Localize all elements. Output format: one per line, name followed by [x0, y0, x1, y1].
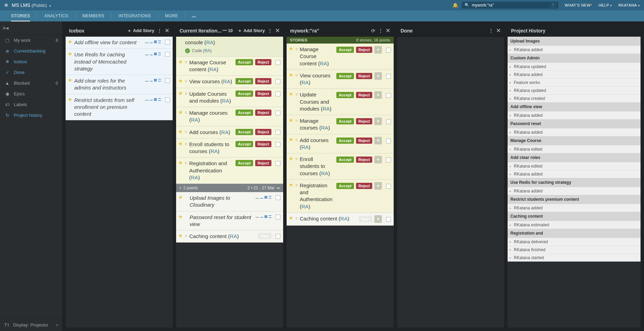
history-entry[interactable]: RKatana created: [508, 94, 641, 102]
people-icon[interactable]: ▪▪: [277, 186, 280, 190]
story-card[interactable]: ★ ≡ View courses (RA) Accept Reject: [176, 76, 283, 88]
drag-handle-icon[interactable]: ≡: [295, 92, 298, 97]
gear-icon[interactable]: ✦: [374, 137, 382, 144]
select-checkbox[interactable]: [386, 139, 391, 143]
add-story-button[interactable]: ＋ Add Story: [127, 28, 154, 34]
accept-button[interactable]: Accept: [236, 59, 253, 65]
history-entry[interactable]: RKatana finished: [508, 246, 641, 254]
nav-analytics[interactable]: ANALYTICS: [39, 10, 73, 21]
start-button[interactable]: Start: [258, 233, 271, 239]
select-checkbox[interactable]: [165, 40, 170, 45]
history-entry[interactable]: RKatana updated: [508, 63, 641, 70]
panel-close-icon[interactable]: ✕: [386, 27, 390, 34]
drag-handle-icon[interactable]: ≡: [185, 60, 187, 65]
sidebar-blocked[interactable]: ▲ Blocked 0: [0, 78, 62, 88]
story-card[interactable]: ★ Password reset for student view: [176, 211, 283, 231]
story-owner[interactable]: RA: [301, 79, 309, 85]
nav-integrations[interactable]: INTEGRATIONS: [114, 10, 156, 21]
drag-handle-icon[interactable]: ≡: [295, 183, 298, 188]
story-points-icons[interactable]: [256, 196, 271, 199]
story-owner[interactable]: RA: [211, 148, 218, 154]
select-checkbox[interactable]: [276, 79, 280, 84]
story-owner[interactable]: RA: [230, 233, 237, 239]
history-entry[interactable]: RKatana estimated: [508, 221, 641, 229]
velocity-indicator[interactable]: 〰10: [222, 28, 233, 33]
story-owner[interactable]: RA: [340, 216, 348, 221]
gear-icon[interactable]: ✦: [374, 72, 382, 80]
history-entry[interactable]: RKatana delivered: [508, 238, 641, 246]
reject-button[interactable]: Reject: [356, 47, 372, 53]
story-card[interactable]: ★ Add clear roles for the admins and ins…: [66, 75, 173, 94]
panel-menu-icon[interactable]: ⋮: [268, 28, 272, 34]
history-entry[interactable]: RKatana edited: [508, 162, 641, 170]
history-group-title[interactable]: Password reset: [508, 119, 641, 128]
reject-button[interactable]: Reject: [356, 118, 372, 124]
history-entry[interactable]: RKatana started: [508, 254, 641, 262]
gear-icon[interactable]: ✦: [374, 46, 382, 54]
drag-handle-icon[interactable]: ≡: [185, 110, 187, 115]
story-points-icons[interactable]: [145, 53, 161, 55]
story-card[interactable]: ★ ≡ Update Courses and modules (RA) Acce…: [287, 89, 394, 115]
select-checkbox[interactable]: [165, 52, 170, 57]
story-points-icons[interactable]: [256, 215, 271, 218]
select-checkbox[interactable]: [276, 142, 280, 147]
history-entry[interactable]: RKatana added: [508, 187, 641, 195]
history-entry[interactable]: Feature works: [508, 78, 641, 86]
select-checkbox[interactable]: [386, 158, 391, 162]
drag-handle-icon[interactable]: ≡: [295, 157, 298, 161]
select-checkbox[interactable]: [165, 97, 170, 102]
drag-handle-icon[interactable]: ≡: [185, 91, 187, 96]
accept-button[interactable]: Accept: [336, 157, 354, 163]
gear-icon[interactable]: ✦: [374, 182, 382, 190]
history-group-title[interactable]: Registration and: [508, 229, 641, 238]
story-card-expanded[interactable]: console (RA) ✓ Code (RA): [176, 37, 283, 57]
select-checkbox[interactable]: [276, 161, 280, 166]
drag-handle-icon[interactable]: ≡: [185, 142, 187, 146]
select-checkbox[interactable]: [276, 60, 280, 65]
sidebar-toggle-icon[interactable]: ≡◂: [0, 21, 62, 35]
bell-icon[interactable]: 🔔: [452, 2, 458, 8]
history-group-title[interactable]: Use Redis for caching strategy: [508, 178, 641, 187]
accept-button[interactable]: Accept: [236, 141, 253, 147]
accept-button[interactable]: Accept: [336, 47, 354, 53]
select-checkbox[interactable]: [165, 78, 170, 83]
history-entry[interactable]: RKatana added: [508, 70, 641, 78]
whats-new-link[interactable]: WHAT'S NEW●: [565, 3, 592, 7]
history-entry[interactable]: RKatana added: [508, 204, 641, 212]
story-card[interactable]: ★ Restrict students from self enrollment…: [66, 94, 173, 121]
story-points-icons[interactable]: [145, 79, 161, 82]
select-checkbox[interactable]: [276, 215, 280, 219]
story-card[interactable]: ★ ≡ Registration and Authentication (RA)…: [176, 158, 283, 184]
nav-members[interactable]: MEMBERS: [78, 10, 109, 21]
sidebar-current-backlog[interactable]: ≣ Current/backlog: [0, 46, 62, 56]
history-entry[interactable]: RKatana added: [508, 128, 641, 136]
select-checkbox[interactable]: [386, 184, 391, 189]
gear-icon[interactable]: ✦: [374, 91, 382, 99]
history-group-title[interactable]: Add clear roles: [508, 153, 641, 162]
nav-more[interactable]: MORE: [160, 10, 183, 21]
story-owner[interactable]: RA: [191, 117, 198, 123]
story-owner[interactable]: RA: [321, 125, 328, 131]
story-owner[interactable]: RA: [320, 60, 327, 66]
select-checkbox[interactable]: [276, 92, 280, 96]
panel-menu-icon[interactable]: ⋮: [378, 28, 383, 34]
history-group-title[interactable]: Upload Images: [508, 37, 641, 46]
start-button[interactable]: Start: [359, 216, 372, 222]
story-owner[interactable]: RA: [191, 174, 198, 180]
story-card[interactable]: ★ ≡ View courses (RA) Accept Reject✦: [287, 70, 394, 89]
story-card[interactable]: ★ ≡ Manage courses (RA) Accept Reject: [176, 107, 283, 126]
help-link[interactable]: HELP▾: [598, 3, 612, 7]
project-title[interactable]: MS LMS (Public) ▾: [12, 2, 51, 8]
story-owner[interactable]: RA: [301, 204, 309, 209]
reject-button[interactable]: Reject: [255, 141, 271, 147]
sidebar-icebox[interactable]: ❄ Icebox: [0, 56, 62, 67]
history-group-title[interactable]: Restrict students premium content: [508, 195, 641, 204]
iteration-bar[interactable]: ▾2 points 2 • 21 - 27 Mar ▪▪: [176, 184, 283, 192]
story-card[interactable]: ★ ≡ Enroll students to courses (RA) Acce…: [287, 153, 394, 180]
story-card[interactable]: ★ ≡ Add courses (RA) Accept Reject: [176, 126, 283, 139]
history-group-title[interactable]: Caching content: [508, 212, 641, 221]
history-entry[interactable]: RKatana added: [508, 170, 641, 178]
select-checkbox[interactable]: [276, 130, 280, 135]
history-group-title[interactable]: Add offline view: [508, 102, 641, 111]
story-card[interactable]: ★ ≡ Manage courses (RA) Accept Reject✦: [287, 115, 394, 134]
